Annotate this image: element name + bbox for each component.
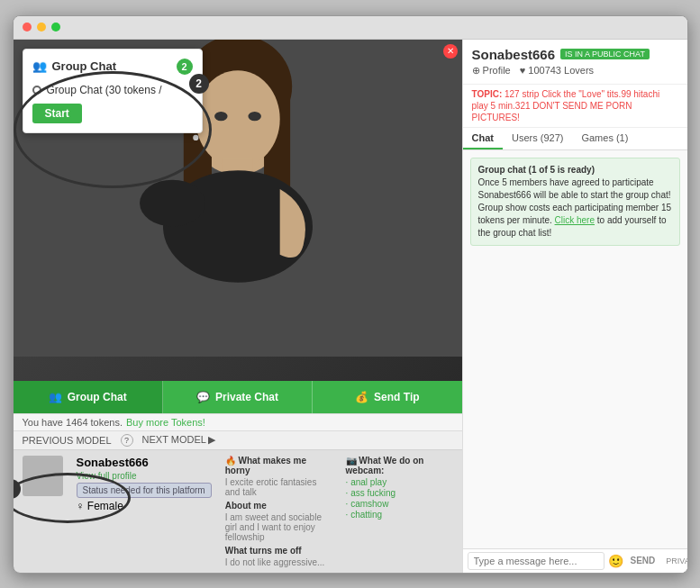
heart-icon: ♥ <box>520 65 526 76</box>
right-panel: Sonabest666 IS IN A PUBLIC CHAT ⊕ Profil… <box>462 40 687 573</box>
topic-label: TOPIC: <box>472 89 503 99</box>
group-chat-option-label: Group Chat (30 tokens / <box>47 84 162 96</box>
profile-gender: ♀ Female <box>77 500 212 512</box>
annotation-number-2: 2 <box>189 74 209 94</box>
group-chat-label: Group Chat <box>68 391 127 403</box>
click-here-link[interactable]: Click here <box>555 215 595 225</box>
group-chat-panel-header: 👥 Group Chat 2 <box>32 59 193 75</box>
profile-name: Sonabest666 <box>77 456 212 469</box>
send-tip-btn[interactable]: 💰 Send Tip <box>313 381 461 413</box>
browser-window: ✕ 👥 Group Chat 2 Group Chat (30 tokens /… <box>13 15 688 574</box>
bottom-bar: 👥 Group Chat 💬 Private Chat 💰 Send Tip <box>14 381 462 413</box>
svg-point-10 <box>248 111 261 120</box>
group-chat-btn[interactable]: 👥 Group Chat <box>14 381 163 413</box>
emoji-icon[interactable]: 🙂 <box>608 554 623 568</box>
close-window-btn[interactable] <box>23 23 32 32</box>
horny-title: 🔥 What makes me horny <box>225 456 332 475</box>
group-chat-icon: 👥 <box>49 391 62 403</box>
chat-messages: Group chat (1 of 5 is ready) Once 5 memb… <box>463 150 687 548</box>
profile-details: Sonabest666 View full profile Status nee… <box>77 456 212 567</box>
group-chat-panel: 👥 Group Chat 2 Group Chat (30 tokens / S… <box>23 49 203 133</box>
webcam-title: 📷 What We do on webcam: <box>346 456 453 475</box>
profile-btn[interactable]: ⊕ Profile <box>472 65 511 77</box>
about-title: About me <box>225 501 332 511</box>
send-tip-label: Send Tip <box>374 391 419 403</box>
horny-section: 🔥 What makes me horny I excite erotic fa… <box>225 456 332 567</box>
chat-tabs: Chat Users (927) Games (1) <box>463 128 687 150</box>
title-bar <box>14 16 687 40</box>
send-btn[interactable]: SEND <box>627 554 659 567</box>
svg-point-11 <box>193 134 198 140</box>
webcam-section: 📷 What We do on webcam: · anal play · as… <box>346 456 453 567</box>
svg-point-8 <box>140 179 205 226</box>
webcam-item-1[interactable]: · ass fucking <box>346 488 453 498</box>
username-row: Sonabest666 IS IN A PUBLIC CHAT <box>472 47 650 62</box>
previous-model-btn[interactable]: PREVIOUS MODEL <box>23 435 112 446</box>
group-chat-badge: 2 <box>177 59 193 75</box>
next-model-btn[interactable]: NEXT MODEL ▶ <box>142 434 216 446</box>
nav-bar: PREVIOUS MODEL ? NEXT MODEL ▶ <box>14 430 462 449</box>
group-chat-option: Group Chat (30 tokens / <box>32 84 193 96</box>
lovers-count: ♥ 100743 Lovers <box>520 65 594 76</box>
tip-icon: 💰 <box>355 391 368 403</box>
maximize-window-btn[interactable] <box>51 23 60 32</box>
tab-users[interactable]: Users (927) <box>503 128 572 149</box>
turns-off-title: What turns me off <box>225 546 332 556</box>
webcam-item-3[interactable]: · chatting <box>346 510 453 520</box>
svg-point-9 <box>214 111 228 120</box>
username: Sonabest666 <box>472 47 556 62</box>
token-bar: You have 1464 tokens. Buy more Tokens! <box>14 413 462 430</box>
minimize-window-btn[interactable] <box>37 23 46 32</box>
left-panel: ✕ 👥 Group Chat 2 Group Chat (30 tokens /… <box>14 40 462 573</box>
private-chat-label: Private Chat <box>215 391 278 403</box>
view-profile-link[interactable]: View full profile <box>77 471 212 481</box>
chat-message: Group chat (1 of 5 is ready) Once 5 memb… <box>470 158 680 246</box>
start-button[interactable]: Start <box>32 104 82 123</box>
turns-off-text: I do not like aggressive... <box>225 557 332 567</box>
token-text: You have 1464 tokens. <box>23 417 123 428</box>
tab-games[interactable]: Games (1) <box>572 128 637 149</box>
public-badge: IS IN A PUBLIC CHAT <box>560 49 650 59</box>
browser-content: ✕ 👥 Group Chat 2 Group Chat (30 tokens /… <box>14 40 687 573</box>
private-message-btn[interactable]: PRIVATE MESSAGE <box>662 555 686 567</box>
about-text: I am sweet and sociable girl and I want … <box>225 512 332 542</box>
profile-info-row: Sonabest666 View full profile Status nee… <box>14 449 462 573</box>
chat-input-row: 🙂 SEND PRIVATE MESSAGE <box>463 548 687 573</box>
close-video-btn[interactable]: ✕ <box>443 44 458 59</box>
webcam-item-0[interactable]: · anal play <box>346 477 453 487</box>
horny-text: I excite erotic fantasies and talk <box>225 477 332 497</box>
radio-btn[interactable] <box>32 86 41 95</box>
help-icon[interactable]: ? <box>121 434 133 447</box>
private-chat-icon: 💬 <box>196 391 210 403</box>
status-btn[interactable]: Status needed for this platform <box>77 483 212 498</box>
tab-chat[interactable]: Chat <box>463 128 503 149</box>
chat-input[interactable] <box>468 552 605 570</box>
profile-thumbnail <box>23 456 63 496</box>
right-header: Sonabest666 IS IN A PUBLIC CHAT ⊕ Profil… <box>463 40 687 85</box>
topic-text: TOPIC: 127 strip Click the "Love" tits.9… <box>463 85 687 128</box>
group-icon: 👥 <box>32 59 47 73</box>
private-chat-btn[interactable]: 💬 Private Chat <box>163 381 313 413</box>
group-chat-panel-title: Group Chat <box>52 59 117 73</box>
webcam-item-2[interactable]: · camshow <box>346 499 453 509</box>
buy-tokens-link[interactable]: Buy more Tokens! <box>126 417 205 428</box>
